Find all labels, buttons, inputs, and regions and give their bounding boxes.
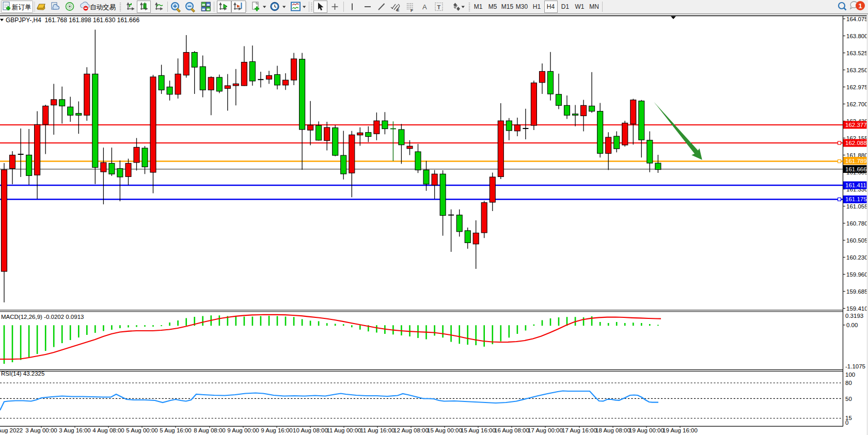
svg-text:MN: MN <box>589 3 599 10</box>
svg-text:D1: D1 <box>561 3 570 10</box>
svg-text:M5: M5 <box>488 3 497 10</box>
svg-text:161.411: 161.411 <box>845 182 866 188</box>
svg-text:A: A <box>422 3 427 11</box>
svg-text:161.175: 161.175 <box>845 196 867 202</box>
svg-text:9 Aug 16:00: 9 Aug 16:00 <box>261 427 292 433</box>
svg-text:159.685: 159.685 <box>846 288 868 295</box>
svg-text:M15: M15 <box>501 3 514 10</box>
svg-text:5 Aug 00:00: 5 Aug 00:00 <box>126 427 157 433</box>
svg-text:10 Aug 08:00: 10 Aug 08:00 <box>293 427 328 433</box>
svg-text:H4: H4 <box>547 3 555 10</box>
svg-text:12 Aug 08:00: 12 Aug 08:00 <box>393 427 429 433</box>
svg-text:W1: W1 <box>575 3 585 10</box>
svg-text:11 Aug 16:00: 11 Aug 16:00 <box>360 427 395 433</box>
svg-text:17 Aug 16:00: 17 Aug 16:00 <box>562 427 597 433</box>
svg-text:160.780: 160.780 <box>846 220 868 227</box>
svg-text:19 Aug 00:00: 19 Aug 00:00 <box>629 427 664 433</box>
svg-text:2 Aug 2022: 2 Aug 2022 <box>0 427 23 433</box>
svg-text:16 Aug 08:00: 16 Aug 08:00 <box>494 427 529 433</box>
svg-text:M30: M30 <box>516 3 528 10</box>
svg-text:3 Aug 16:00: 3 Aug 16:00 <box>59 427 90 433</box>
svg-text:8 Aug 08:00: 8 Aug 08:00 <box>194 427 225 433</box>
svg-text:0.00: 0.00 <box>846 322 858 328</box>
svg-text:T: T <box>437 4 441 10</box>
svg-text:H1: H1 <box>533 3 541 10</box>
svg-text:RSI(14) 43.2325: RSI(14) 43.2325 <box>1 370 44 377</box>
svg-text:0: 0 <box>845 420 848 426</box>
svg-text:100: 100 <box>845 372 855 378</box>
svg-text:MACD(12,26,9) -0.0202 0.0913: MACD(12,26,9) -0.0202 0.0913 <box>1 314 84 320</box>
svg-text:1: 1 <box>858 2 862 10</box>
svg-text:F: F <box>411 8 413 13</box>
svg-text:162.377: 162.377 <box>845 122 867 128</box>
svg-text:80: 80 <box>845 380 852 386</box>
svg-text:163.250: 163.250 <box>846 67 868 73</box>
svg-text:自动交易: 自动交易 <box>90 4 116 11</box>
svg-text:17 Aug 00:00: 17 Aug 00:00 <box>528 427 563 433</box>
svg-text:4 Aug 08:00: 4 Aug 08:00 <box>92 427 124 433</box>
svg-text:15 Aug 16:00: 15 Aug 16:00 <box>461 427 496 433</box>
svg-text:159.960: 159.960 <box>846 271 868 278</box>
svg-text:15 Aug 00:00: 15 Aug 00:00 <box>427 427 462 433</box>
svg-text:19 Aug 16:00: 19 Aug 16:00 <box>662 427 698 433</box>
svg-text:M1: M1 <box>474 3 483 10</box>
svg-text:新订单: 新订单 <box>12 4 31 11</box>
svg-text:5 Aug 16:00: 5 Aug 16:00 <box>160 427 191 433</box>
svg-text:0.3193: 0.3193 <box>845 313 863 319</box>
svg-text:11 Aug 00:00: 11 Aug 00:00 <box>327 427 361 433</box>
svg-text:160.230: 160.230 <box>846 254 868 261</box>
svg-text:162.700: 162.700 <box>846 101 868 107</box>
svg-text:164.075: 164.075 <box>846 16 868 22</box>
svg-text:162.088: 162.088 <box>845 140 867 146</box>
svg-text:161.666: 161.666 <box>845 166 867 172</box>
svg-text:50: 50 <box>845 396 852 402</box>
svg-text:163.800: 163.800 <box>846 33 868 39</box>
svg-text:GBPJPY-,H4 161.768 161.898 16: GBPJPY-,H4 161.768 161.898 161.630 161.6… <box>6 17 139 24</box>
svg-text:162.975: 162.975 <box>846 84 868 90</box>
svg-text:-1.1075: -1.1075 <box>845 363 865 369</box>
svg-text:3 Aug 00:00: 3 Aug 00:00 <box>25 427 57 433</box>
svg-text:160.505: 160.505 <box>846 237 868 244</box>
svg-text:161.789: 161.789 <box>845 158 867 164</box>
svg-text:163.525: 163.525 <box>846 50 868 56</box>
svg-text:E: E <box>397 8 400 12</box>
svg-text:161.055: 161.055 <box>846 203 868 210</box>
svg-text:159.410: 159.410 <box>846 305 868 312</box>
svg-text:9 Aug 00:00: 9 Aug 00:00 <box>227 427 259 433</box>
svg-text:18 Aug 08:00: 18 Aug 08:00 <box>595 427 630 433</box>
